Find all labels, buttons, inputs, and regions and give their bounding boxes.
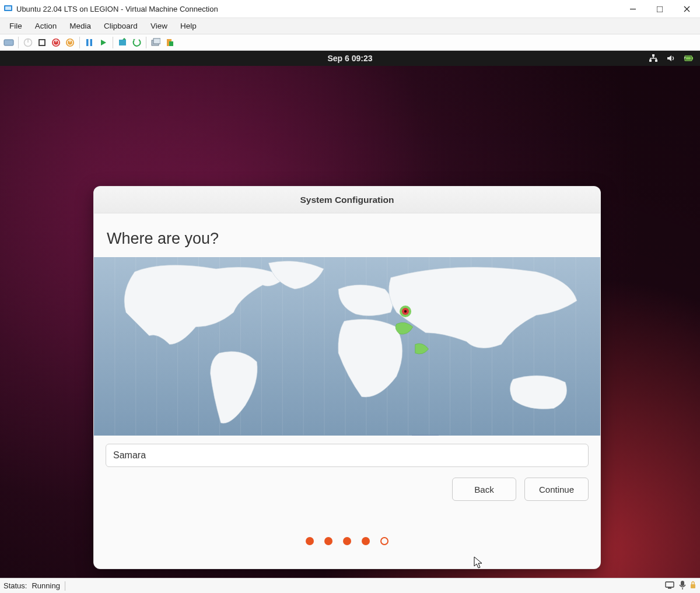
statusbar: Status: Running (0, 578, 700, 593)
menu-help[interactable]: Help (174, 20, 202, 32)
svg-rect-57 (682, 588, 682, 590)
menu-view[interactable]: View (145, 20, 173, 32)
step-dot-2 (324, 537, 332, 545)
svg-rect-55 (668, 588, 671, 589)
shutdown-icon[interactable] (50, 36, 62, 49)
svg-rect-6 (27, 39, 29, 43)
status-value: Running (32, 581, 60, 590)
svg-rect-26 (686, 57, 691, 60)
close-button[interactable] (673, 0, 700, 18)
svg-rect-13 (69, 39, 71, 42)
svg-rect-22 (649, 59, 652, 62)
svg-rect-4 (4, 40, 13, 45)
toolbar (0, 34, 700, 51)
installer-title: System Configuration (94, 187, 600, 213)
svg-rect-23 (655, 59, 657, 62)
step-dot-3 (343, 537, 351, 545)
gnome-top-bar[interactable]: Sep 6 09:23 (0, 51, 700, 66)
svg-rect-56 (681, 581, 684, 586)
installer-dialog: System Configuration Where are you? (93, 186, 601, 569)
share-icon[interactable] (163, 36, 176, 49)
back-button[interactable]: Back (452, 478, 516, 501)
checkpoint-icon[interactable] (116, 36, 129, 49)
svg-rect-3 (657, 6, 663, 12)
svg-rect-7 (39, 40, 45, 45)
step-dot-5 (380, 537, 388, 545)
installer-heading: Where are you? (107, 230, 589, 248)
start-icon[interactable] (22, 36, 34, 49)
svg-rect-2 (630, 9, 636, 9)
step-dot-1 (306, 537, 314, 545)
svg-rect-21 (652, 54, 654, 57)
save-icon[interactable] (64, 36, 76, 49)
location-input[interactable] (106, 444, 589, 467)
microphone-icon[interactable] (679, 580, 686, 591)
reset-icon[interactable] (97, 36, 110, 49)
app-icon (4, 3, 13, 15)
menu-action[interactable]: Action (29, 20, 63, 32)
speaker-lock-icon[interactable] (690, 580, 696, 591)
svg-rect-20 (169, 41, 173, 46)
network-icon[interactable] (649, 54, 658, 63)
menu-file[interactable]: File (4, 20, 28, 32)
svg-rect-15 (90, 39, 93, 46)
menu-clipboard[interactable]: Clipboard (98, 20, 144, 32)
maximize-button[interactable] (646, 0, 673, 18)
timezone-map[interactable] (94, 257, 600, 436)
ctrl-alt-del-icon[interactable] (2, 36, 15, 49)
status-label: Status: (4, 581, 27, 590)
battery-icon[interactable] (684, 54, 694, 62)
menubar: File Action Media Clipboard View Help (0, 18, 700, 34)
step-indicator (106, 537, 589, 545)
step-dot-4 (362, 537, 370, 545)
clock-label[interactable]: Sep 6 09:23 (327, 54, 372, 63)
minimize-button[interactable] (620, 0, 646, 18)
svg-rect-16 (119, 40, 126, 45)
menu-media[interactable]: Media (64, 20, 97, 32)
turn-off-icon[interactable] (36, 36, 48, 49)
location-pin-icon (398, 304, 413, 319)
svg-rect-10 (55, 39, 57, 42)
revert-icon[interactable] (130, 36, 143, 49)
window-titlebar: Ubuntu 22.04 LTS on LEGION - Virtual Mac… (0, 0, 700, 18)
svg-rect-14 (86, 39, 89, 46)
pause-icon[interactable] (83, 36, 96, 49)
window-title: Ubuntu 22.04 LTS on LEGION - Virtual Mac… (16, 5, 218, 13)
svg-rect-58 (691, 584, 695, 588)
world-map-svg (94, 257, 600, 435)
enhanced-session-icon[interactable] (149, 36, 162, 49)
system-tray[interactable] (649, 51, 694, 66)
svg-point-53 (404, 310, 407, 313)
svg-rect-25 (692, 57, 693, 59)
vm-viewport[interactable]: Sep 6 09:23 System Configuration Where a… (0, 51, 700, 578)
svg-rect-54 (666, 582, 674, 587)
continue-button[interactable]: Continue (524, 478, 589, 501)
volume-icon[interactable] (666, 54, 676, 63)
display-config-icon[interactable] (665, 581, 676, 591)
svg-rect-1 (5, 6, 11, 10)
svg-rect-18 (153, 38, 160, 44)
